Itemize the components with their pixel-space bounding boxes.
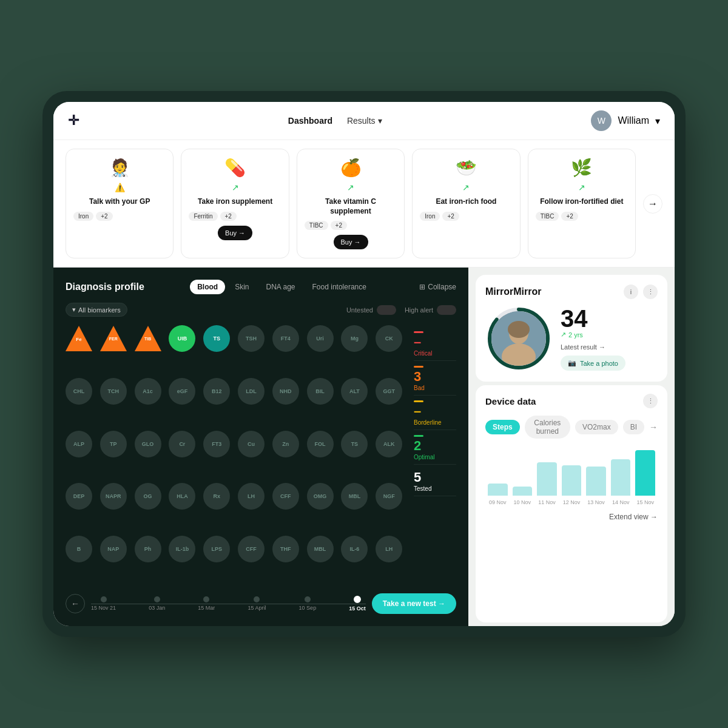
latest-result-link[interactable]: Latest result → — [561, 343, 658, 351]
tab-skin[interactable]: Skin — [228, 280, 256, 294]
timeline-point-0[interactable]: 15 Nov 21 — [91, 596, 116, 611]
biomarker-fol[interactable]: FOL — [307, 431, 334, 457]
extend-view-link[interactable]: Extend view → — [485, 513, 658, 521]
biomarker-cr[interactable]: Cr — [169, 431, 195, 457]
biomarker-tsh[interactable]: TSH — [238, 325, 265, 352]
tab-steps[interactable]: Steps — [485, 420, 520, 434]
biomarker-omg[interactable]: OMG — [307, 483, 334, 510]
timeline-point-4[interactable]: 10 Sep — [299, 596, 317, 611]
timeline-point-5[interactable]: 15 Oct — [349, 596, 366, 612]
biomarker-hla[interactable]: HLA — [169, 483, 195, 510]
timeline-point-1[interactable]: 03 Jan — [149, 596, 165, 611]
biomarker-tch[interactable]: TCH — [100, 378, 127, 405]
biomarker-uri[interactable]: Uri — [307, 325, 334, 352]
rec-icon-iron: 💊 — [189, 158, 281, 178]
warning-icon: ⚠️ — [115, 183, 125, 192]
biomarker-cu[interactable]: Cu — [238, 431, 265, 457]
tab-bi[interactable]: BI — [623, 420, 644, 434]
biomarker-tib[interactable]: TIB — [135, 325, 161, 352]
tab-blood[interactable]: Blood — [190, 280, 225, 294]
take-photo-button[interactable]: 📷 Take a photo — [561, 356, 625, 371]
info-button[interactable]: i — [624, 285, 638, 299]
green-arrow-icon: ↗ — [347, 183, 354, 192]
biomarker-fe[interactable]: Fe — [66, 325, 92, 352]
timeline-point-2[interactable]: 15 Mar — [198, 596, 215, 611]
biomarker-ts[interactable]: TS — [203, 325, 230, 352]
status-count-tested: 5 — [414, 470, 421, 485]
biomarker-lh2[interactable]: LH — [376, 536, 402, 562]
collapse-button[interactable]: ⊞ Collapse — [419, 283, 456, 291]
biomarker-lps[interactable]: LPS — [203, 536, 230, 562]
tab-dna-age[interactable]: DNA age — [259, 280, 303, 294]
biomarker-uib[interactable]: UIB — [169, 325, 195, 352]
timeline-back-button[interactable]: ← — [66, 594, 85, 613]
bar-column — [635, 447, 655, 496]
timeline-point-3[interactable]: 15 April — [248, 596, 266, 611]
untested-toggle[interactable] — [377, 305, 396, 315]
bar-column — [513, 447, 533, 496]
timeline-label-1: 03 Jan — [149, 605, 165, 611]
biomarker-mbl2[interactable]: MBL — [307, 536, 334, 562]
biomarker-dep[interactable]: DEP — [66, 483, 92, 510]
biomarker-lh[interactable]: LH — [238, 483, 265, 510]
tabs-arrow-icon[interactable]: → — [649, 422, 658, 432]
biomarker-b12[interactable]: B12 — [203, 378, 230, 405]
biomarker-il1b[interactable]: IL-1b — [169, 536, 195, 562]
biomarker-rx[interactable]: Rx — [203, 483, 230, 510]
biomarker-alk[interactable]: ALK — [376, 431, 402, 457]
tab-calories[interactable]: Calories burned — [525, 416, 570, 439]
green-arrow-icon: ↗ — [578, 183, 585, 192]
biomarker-thf[interactable]: THF — [272, 536, 299, 562]
high-alert-toggle[interactable] — [437, 305, 456, 315]
biomarker-napr[interactable]: NAPR — [100, 483, 127, 510]
collapse-icon: ⊞ — [419, 283, 425, 291]
more-options-button[interactable]: ⋮ — [643, 285, 658, 299]
device-data-title: Device data — [485, 396, 536, 406]
biomarker-fer[interactable]: FER — [100, 325, 127, 352]
biomarker-chl[interactable]: CHL — [66, 378, 92, 405]
biomarker-area: Fe FER TIB — [66, 325, 456, 585]
take-new-test-button[interactable]: Take a new test → — [372, 593, 456, 614]
biomarker-mg[interactable]: Mg — [341, 325, 368, 352]
biomarker-alp[interactable]: ALP — [66, 431, 92, 457]
biomarker-ggt[interactable]: GGT — [376, 378, 402, 405]
biomarker-ft4[interactable]: FT4 — [272, 325, 299, 352]
biomarker-ngf[interactable]: NGF — [376, 483, 402, 510]
chart-label: 15 Nov — [635, 499, 655, 505]
more-recommendations-button[interactable]: → — [643, 194, 662, 214]
biomarker-zn[interactable]: Zn — [272, 431, 299, 457]
nav-results[interactable]: Results ▾ — [347, 116, 382, 126]
biomarker-cff2[interactable]: CFF — [238, 536, 265, 562]
biomarker-b[interactable]: B — [66, 536, 92, 562]
biomarker-nap[interactable]: NAP — [100, 536, 127, 562]
biomarker-il6[interactable]: IL-6 — [341, 536, 368, 562]
biomarker-alt[interactable]: ALT — [341, 378, 368, 405]
bar-chart — [485, 447, 658, 496]
biomarker-og[interactable]: OG — [135, 483, 161, 510]
biomarker-ts2[interactable]: TS — [341, 431, 368, 457]
buy-button-iron[interactable]: Buy → — [218, 226, 252, 240]
biomarker-cff[interactable]: CFF — [272, 483, 299, 510]
buy-button-vitc[interactable]: Buy → — [334, 235, 368, 249]
biomarker-ldl[interactable]: LDL — [238, 378, 265, 405]
biomarker-ck[interactable]: CK — [376, 325, 402, 352]
biomarker-mbl[interactable]: MBL — [341, 483, 368, 510]
left-panel: Diagnosis profile Blood Skin DNA age Foo… — [53, 268, 468, 626]
biomarker-tp[interactable]: TP — [100, 431, 127, 457]
tab-vo2max[interactable]: VO2max — [575, 420, 618, 434]
nav-dashboard[interactable]: Dashboard — [288, 116, 332, 126]
biomarker-ft3[interactable]: FT3 — [203, 431, 230, 457]
tab-food-intolerance[interactable]: Food intolerance — [305, 280, 374, 294]
biomarker-ph[interactable]: Ph — [135, 536, 161, 562]
all-biomarkers-button[interactable]: ▾ All biomarkers — [66, 303, 127, 317]
biomarker-a1c[interactable]: A1c — [135, 378, 161, 405]
biomarker-glo[interactable]: GLO — [135, 431, 161, 457]
device-card: Device data ⋮ Steps Calories burned VO2m… — [476, 385, 667, 622]
biomarker-bil[interactable]: BIL — [307, 378, 334, 405]
biomarker-nhd[interactable]: NHD — [272, 378, 299, 405]
rec-label-food: Eat iron-rich food — [420, 197, 512, 207]
chart-label: 12 Nov — [562, 499, 582, 505]
biomarker-egf[interactable]: eGF — [169, 378, 195, 405]
user-dropdown-icon[interactable]: ▾ — [655, 115, 660, 127]
device-more-button[interactable]: ⋮ — [643, 394, 658, 408]
